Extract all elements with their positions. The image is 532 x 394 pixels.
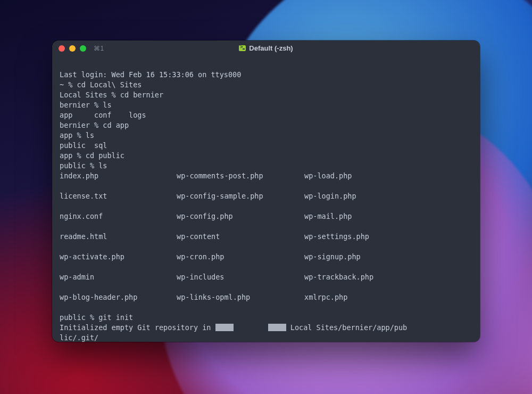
traffic-lights <box>59 45 86 52</box>
window-title: Default (-zsh) <box>249 44 293 52</box>
prompt-line: public % git init <box>60 313 133 322</box>
prompt-line: app % cd public <box>60 151 124 160</box>
terminal-window: ⌘1 Default (-zsh) Last login: Wed Feb 16… <box>52 40 480 342</box>
git-init-output: Initialized empty Git repository in Loca… <box>60 323 407 332</box>
ls-output-row: nginx.confwp-config.phpwp-mail.php <box>60 211 472 221</box>
terminal-output[interactable]: Last login: Wed Feb 16 15:33:06 on ttys0… <box>52 56 480 342</box>
ls-output-row: index.phpwp-comments-post.phpwp-load.php <box>60 171 472 181</box>
ls-output-row: wp-activate.phpwp-cron.phpwp-signup.php <box>60 252 472 262</box>
zoom-icon[interactable] <box>80 45 86 52</box>
redacted-block <box>215 324 234 331</box>
prompt-line: bernier % ls <box>60 101 112 109</box>
terminal-icon <box>239 45 246 51</box>
last-login-line: Last login: Wed Feb 16 15:33:06 on ttys0… <box>60 70 241 79</box>
ls-output-row: wp-adminwp-includeswp-trackback.php <box>60 272 472 282</box>
prompt-line: public % ls <box>60 161 107 170</box>
ls-output-row: readme.htmlwp-contentwp-settings.php <box>60 232 472 242</box>
close-icon[interactable] <box>59 45 65 52</box>
titlebar[interactable]: ⌘1 Default (-zsh) <box>52 40 480 56</box>
tab-shortcut-hint: ⌘1 <box>94 45 104 52</box>
ls-output: public sql <box>60 141 107 150</box>
prompt-line: Local Sites % cd bernier <box>60 91 163 99</box>
prompt-line: bernier % cd app <box>60 121 129 129</box>
ls-output-row: license.txtwp-config-sample.phpwp-login.… <box>60 191 472 201</box>
redacted-block <box>268 324 286 331</box>
prompt-line: ~ % cd Local\ Sites <box>60 80 142 89</box>
ls-output: app conf logs <box>60 111 146 119</box>
git-init-output: lic/.git/ <box>60 333 98 342</box>
ls-output-row: wp-blog-header.phpwp-links-opml.phpxmlrp… <box>60 292 472 302</box>
minimize-icon[interactable] <box>69 45 76 52</box>
prompt-line: app % ls <box>60 131 94 139</box>
